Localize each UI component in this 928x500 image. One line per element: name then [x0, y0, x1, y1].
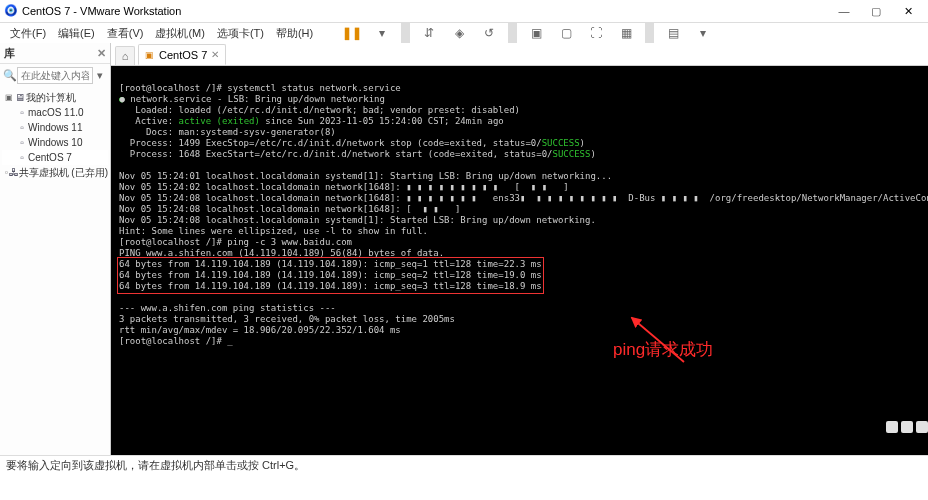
ping-highlight-box: 64 bytes from 14.119.104.189 (14.119.104…: [119, 259, 542, 292]
sidebar-search: 🔍 ▾: [0, 64, 110, 87]
menu-help[interactable]: 帮助(H): [272, 24, 317, 43]
console-icon[interactable]: ▣: [523, 22, 549, 44]
device-icon[interactable]: [901, 421, 913, 433]
unity-icon[interactable]: ▢: [553, 22, 579, 44]
sidebar-title: 库: [4, 46, 15, 61]
send-ctrlaltdel-icon[interactable]: ⇵: [416, 22, 442, 44]
menu-file[interactable]: 文件(F): [6, 24, 50, 43]
pause-button[interactable]: ❚❚: [339, 22, 365, 44]
vm-tab-icon: ▣: [145, 50, 155, 60]
tree-item-centos7[interactable]: ▫CentOS 7: [2, 150, 108, 165]
tree-item-win10[interactable]: ▫Windows 10: [2, 135, 108, 150]
vm-pane: ⌂ ▣ CentOS 7 ✕ [root@localhost /]# syste…: [111, 43, 928, 455]
window-titlebar: 🧿 CentOS 7 - VMware Workstation — ▢ ✕: [0, 0, 928, 23]
sidebar-header: 库 ✕: [0, 43, 110, 64]
tree-root[interactable]: ▣🖥我的计算机: [2, 90, 108, 105]
fullscreen-icon[interactable]: ⛶: [583, 22, 609, 44]
vmware-icon: 🧿: [4, 4, 18, 18]
tab-bar: ⌂ ▣ CentOS 7 ✕: [111, 43, 928, 66]
tree-item-win11[interactable]: ▫Windows 11: [2, 120, 108, 135]
snapshot-icon[interactable]: ◈: [446, 22, 472, 44]
status-bar: 要将输入定向到该虚拟机，请在虚拟机内部单击或按 Ctrl+G。: [0, 455, 928, 474]
search-input[interactable]: [17, 67, 93, 84]
library-sidebar: 库 ✕ 🔍 ▾ ▣🖥我的计算机 ▫macOS 11.0 ▫Windows 11 …: [0, 43, 111, 455]
thumbnail-icon[interactable]: ▦: [613, 22, 639, 44]
window-title: CentOS 7 - VMware Workstation: [22, 5, 828, 17]
guest-terminal[interactable]: [root@localhost /]# systemctl status net…: [111, 66, 928, 455]
device-icon[interactable]: [886, 421, 898, 433]
menu-edit[interactable]: 编辑(E): [54, 24, 99, 43]
minimize-button[interactable]: —: [828, 5, 860, 17]
vm-tree: ▣🖥我的计算机 ▫macOS 11.0 ▫Windows 11 ▫Windows…: [0, 87, 110, 183]
search-dropdown-icon[interactable]: ▾: [93, 69, 107, 82]
menu-bar: 文件(F) 编辑(E) 查看(V) 虚拟机(M) 选项卡(T) 帮助(H) ❚❚…: [0, 23, 928, 43]
revert-icon[interactable]: ↺: [476, 22, 502, 44]
status-text: 要将输入定向到该虚拟机，请在虚拟机内部单击或按 Ctrl+G。: [6, 458, 305, 473]
menu-vm[interactable]: 虚拟机(M): [151, 24, 209, 43]
menu-view[interactable]: 查看(V): [103, 24, 148, 43]
annotation-text: ping请求成功: [613, 344, 713, 355]
home-tab[interactable]: ⌂: [115, 46, 135, 65]
search-icon: 🔍: [3, 69, 17, 82]
tree-shared[interactable]: ▫🖧共享虚拟机 (已弃用): [2, 165, 108, 180]
settings-dropdown-icon[interactable]: ▾: [690, 22, 716, 44]
maximize-button[interactable]: ▢: [860, 5, 892, 18]
main-area: 库 ✕ 🔍 ▾ ▣🖥我的计算机 ▫macOS 11.0 ▫Windows 11 …: [0, 43, 928, 455]
tab-centos7[interactable]: ▣ CentOS 7 ✕: [138, 44, 226, 65]
tab-close-icon[interactable]: ✕: [211, 49, 219, 60]
vm-device-tray: [886, 421, 928, 433]
menu-tabs[interactable]: 选项卡(T): [213, 24, 268, 43]
tree-item-macos[interactable]: ▫macOS 11.0: [2, 105, 108, 120]
settings-icon[interactable]: ▤: [660, 22, 686, 44]
close-button[interactable]: ✕: [892, 5, 924, 18]
dropdown-icon[interactable]: ▾: [369, 22, 395, 44]
device-icon[interactable]: [916, 421, 928, 433]
tab-label: CentOS 7: [159, 49, 207, 61]
sidebar-close-icon[interactable]: ✕: [97, 47, 106, 60]
